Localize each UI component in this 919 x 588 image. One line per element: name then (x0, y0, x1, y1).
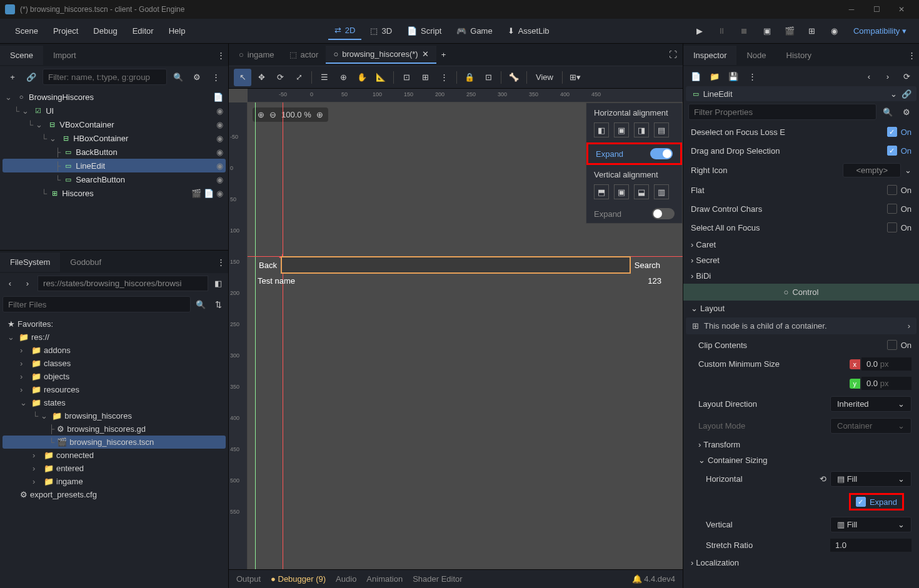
play-scene-button[interactable]: 🎬 (781, 22, 798, 40)
tab-import[interactable]: Import (43, 46, 86, 65)
nav-fwd-icon[interactable]: › (20, 276, 35, 291)
scene-tab-ingame[interactable]: ○ ingame (231, 46, 282, 63)
section-transform[interactable]: › Transform (683, 437, 919, 452)
play-button[interactable]: ▶ (691, 22, 708, 40)
script-icon[interactable]: 📄 (204, 189, 214, 198)
section-layout[interactable]: ⌄ Layout (683, 301, 919, 316)
align-top-icon[interactable]: ⬒ (594, 184, 609, 199)
section-caret[interactable]: › Caret (683, 237, 919, 252)
visibility-icon[interactable]: ◉ (216, 175, 223, 184)
anchor-preset[interactable]: ⊞▾ (566, 69, 584, 86)
folder-browsing-hiscores[interactable]: └⌄📁 browsing_hiscores (3, 409, 226, 422)
folder-addons[interactable]: ›📁 addons (3, 344, 226, 357)
scene-link-icon[interactable]: 🎬 (191, 189, 201, 198)
stop-button[interactable]: ⏹ (736, 22, 753, 40)
add-tab-button[interactable]: + (436, 47, 451, 62)
add-node-button[interactable]: + (5, 69, 20, 84)
toggle-on-icon[interactable] (650, 148, 673, 159)
folder-classes[interactable]: ›📁 classes (3, 357, 226, 370)
close-button[interactable]: ✕ (889, 0, 914, 19)
bottom-animation[interactable]: Animation (366, 574, 403, 584)
script-icon[interactable]: 📄 (213, 92, 223, 102)
save-resource-icon[interactable]: 💾 (726, 69, 741, 84)
extra-menu-icon[interactable]: ⋮ (745, 69, 760, 84)
new-resource-icon[interactable]: 📄 (688, 69, 703, 84)
node-vbox[interactable]: └⌄⊟ VBoxContainer ◉ (3, 117, 226, 131)
node-ui[interactable]: └⌄☑ UI ◉ (3, 104, 226, 117)
sort-icon[interactable]: ⇅ (211, 297, 226, 312)
split-view-icon[interactable]: ◧ (211, 276, 226, 291)
menu-project[interactable]: Project (46, 22, 86, 39)
workspace-2d[interactable]: ⇄ 2D (328, 22, 362, 40)
stretch-input[interactable]: 1.0 (830, 539, 911, 552)
scale-tool[interactable]: ⤢ (290, 69, 308, 86)
folder-connected[interactable]: ›📁 connected (3, 449, 226, 462)
h-expand-toggle[interactable]: Expand (586, 142, 682, 165)
view-menu[interactable]: View (531, 69, 558, 86)
scene-menu-icon[interactable]: ⋮ (208, 69, 223, 84)
search-icon[interactable]: 🔍 (880, 104, 895, 119)
file-gd[interactable]: ├⚙ browsing_hiscores.gd (3, 422, 226, 436)
layout-dir-dropdown[interactable]: Inherited⌄ (830, 396, 911, 412)
search-icon[interactable]: 🔍 (171, 69, 186, 84)
tab-filesystem[interactable]: FileSystem (0, 252, 60, 272)
fs-menu-icon[interactable]: ⋮ (213, 254, 228, 269)
instance-button[interactable]: 🔗 (24, 69, 39, 84)
rotate-tool[interactable]: ⟳ (271, 69, 289, 86)
toggle-icon[interactable]: ⚙ (899, 104, 914, 119)
section-secret[interactable]: › Secret (683, 252, 919, 268)
refresh-icon[interactable]: ⟳ (899, 69, 914, 84)
node-hbox[interactable]: └⌄⊟ HBoxContainer ◉ (3, 131, 226, 145)
tab-inspector[interactable]: Inspector (683, 46, 736, 65)
snap-menu[interactable]: ⋮ (435, 69, 453, 86)
revert-icon[interactable]: ⟲ (820, 474, 826, 484)
pivot-tool[interactable]: ⊕ (334, 69, 352, 86)
zoom-value[interactable]: 100.0 % (281, 110, 311, 119)
node-hiscores[interactable]: └⊞ Hiscores 🎬 📄 ◉ (3, 186, 226, 200)
vec-x-input[interactable]: 0.0 px (861, 357, 911, 371)
lock-tool[interactable]: 🔒 (461, 69, 478, 86)
v-expand-toggle[interactable]: Expand (586, 204, 682, 223)
checkbox-checked-icon[interactable]: ✓ (887, 127, 897, 137)
visibility-icon[interactable]: ◉ (216, 161, 223, 171)
load-resource-icon[interactable]: 📁 (707, 69, 722, 84)
bone-tool[interactable]: 🦴 (505, 69, 523, 86)
section-localization[interactable]: › Localization (683, 555, 919, 571)
close-tab-icon[interactable]: ✕ (422, 49, 429, 59)
movie-button[interactable]: ◉ (826, 22, 843, 40)
section-control[interactable]: ○ Control (683, 284, 919, 301)
property-filter-input[interactable] (688, 104, 876, 120)
search-icon[interactable]: 🔍 (193, 297, 208, 312)
toggle-off-icon[interactable] (652, 208, 675, 219)
node-lineedit[interactable]: ├▭ LineEdit ◉ (3, 159, 226, 172)
vertical-dropdown[interactable]: ▥ Fill⌄ (830, 517, 911, 532)
visibility-icon[interactable]: ◉ (216, 189, 223, 198)
folder-resources[interactable]: ›📁 resources (3, 383, 226, 396)
align-bottom-icon[interactable]: ⬓ (634, 184, 649, 199)
file-export-presets[interactable]: ⚙ export_presets.cfg (3, 488, 226, 501)
2d-viewport[interactable]: -50050100150200250300350400450 -50050100… (229, 89, 683, 569)
inspector-node-type[interactable]: ▭ LineEdit ⌄ 🔗 (686, 86, 916, 101)
visibility-icon[interactable]: ◉ (216, 134, 223, 143)
ruler-tool[interactable]: 📐 (372, 69, 389, 86)
play-custom-button[interactable]: ⊞ (803, 22, 821, 40)
horizontal-dropdown[interactable]: ▤ Fill⌄ (830, 471, 911, 487)
file-tscn[interactable]: └🎬 browsing_hiscores.tscn (3, 436, 226, 449)
section-container-sizing[interactable]: ⌄ Container Sizing (683, 452, 919, 468)
scene-filter-input[interactable] (43, 69, 167, 85)
distraction-free-icon[interactable]: ⛶ (665, 47, 680, 62)
play-remote-button[interactable]: ▣ (758, 22, 776, 40)
tab-godobuf[interactable]: Godobuf (60, 252, 111, 272)
checkbox-unchecked-icon[interactable] (887, 340, 897, 350)
align-fill-icon[interactable]: ▤ (654, 122, 669, 137)
pan-tool[interactable]: ✋ (353, 69, 371, 86)
workspace-3d[interactable]: ⬚ 3D (364, 22, 398, 40)
workspace-script[interactable]: 📄 Script (401, 22, 448, 40)
nav-back-icon[interactable]: ‹ (3, 276, 18, 291)
folder-entered[interactable]: ›📁 entered (3, 462, 226, 475)
scene-tab-browsing[interactable]: ○ browsing_hiscores(*) ✕ (326, 46, 436, 64)
path-input[interactable] (38, 276, 208, 291)
bottom-shader[interactable]: Shader Editor (413, 574, 463, 584)
folder-ingame[interactable]: ›📁 ingame (3, 475, 226, 488)
pause-button[interactable]: ⏸ (713, 22, 731, 40)
